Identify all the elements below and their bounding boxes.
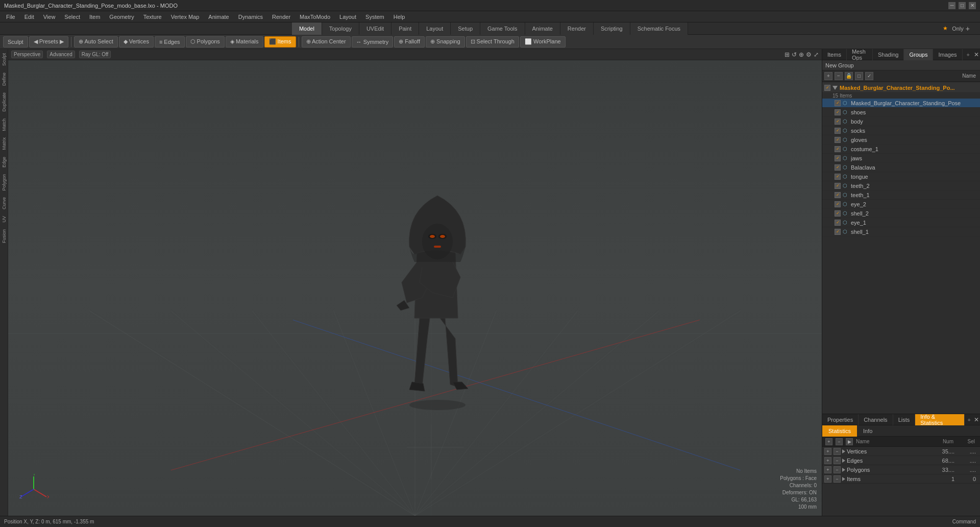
stats-tab-properties[interactable]: Properties — [822, 414, 859, 425]
viewport-icon-fit[interactable]: ⊞ — [785, 51, 790, 58]
viewport-raygl-btn[interactable]: Ray GL: Off — [79, 51, 111, 58]
mode-tab-layout[interactable]: Layout — [419, 22, 451, 35]
item-check[interactable]: ✓ — [835, 201, 841, 207]
rpanel-tab-mesh-ops[interactable]: Mesh Ops — [847, 49, 873, 60]
item-check[interactable]: ✓ — [835, 128, 841, 134]
menu-view[interactable]: View — [39, 13, 60, 21]
stats-data-row[interactable]: + − Polygons 33.... .... — [822, 465, 980, 474]
rpanel-tab-groups[interactable]: Groups — [904, 49, 933, 60]
mode-tab-uvedit[interactable]: UVEdit — [359, 22, 391, 35]
sidebar-tab-uv[interactable]: UV — [1, 213, 8, 226]
statistics-subtab[interactable]: Statistics — [822, 425, 857, 437]
item-row[interactable]: ✓ ⬡ Masked_Burglar_Character_Standing_Po… — [822, 99, 980, 108]
group-check[interactable]: ✓ — [824, 85, 830, 91]
stats-tab-plus[interactable]: + — [965, 416, 974, 424]
symmetry-btn[interactable]: ↔ Symmetry — [352, 36, 394, 47]
item-check[interactable]: ✓ — [835, 137, 841, 143]
menu-item[interactable]: Item — [85, 13, 104, 21]
sidebar-tab-matrix[interactable]: Matrix — [1, 134, 8, 153]
sculpt-btn[interactable]: Sculpt — [3, 36, 28, 47]
stats-row-minus[interactable]: − — [834, 466, 841, 473]
stats-close-btn[interactable]: ✕ — [974, 416, 979, 423]
stats-data-row[interactable]: + − Items 1 0 — [822, 474, 980, 484]
sidebar-tab-match[interactable]: Match — [1, 115, 8, 134]
mode-tab-animate[interactable]: Animate — [525, 22, 560, 35]
item-check[interactable]: ✓ — [835, 229, 841, 235]
polygons-btn[interactable]: ⬡ Polygons — [186, 36, 225, 47]
sidebar-tab-define[interactable]: Define — [1, 69, 8, 89]
add-mode-btn[interactable]: + — [966, 25, 970, 33]
item-row[interactable]: ✓ ⬡ eye_2 — [822, 200, 980, 209]
stats-data-row[interactable]: + − Vertices 35.... .... — [822, 447, 980, 456]
stats-row-minus[interactable]: − — [834, 448, 841, 455]
rpanel-tab-items[interactable]: Items — [822, 49, 847, 60]
viewport-canvas[interactable]: No Items Polygons : Face Channels: 0 Def… — [8, 60, 822, 516]
presets-btn[interactable]: ◀ Presets ▶ — [29, 36, 68, 47]
item-row[interactable]: ✓ ⬡ gloves — [822, 135, 980, 145]
stats-add-btn[interactable]: + — [825, 438, 832, 445]
rpanel-tab-shading[interactable]: Shading — [873, 49, 904, 60]
vertices-btn[interactable]: ◆ Vertices — [119, 36, 154, 47]
stats-data-row[interactable]: + − Edges 68.... .... — [822, 456, 980, 465]
snapping-btn[interactable]: ⊕ Snapping — [426, 36, 465, 47]
rpanel-close-btn[interactable]: ✕ — [974, 51, 979, 58]
stats-minus-btn[interactable]: − — [836, 438, 843, 445]
mode-tab-setup[interactable]: Setup — [451, 22, 480, 35]
mode-tab-render[interactable]: Render — [560, 22, 594, 35]
stats-row-tri[interactable] — [842, 449, 845, 453]
menu-select[interactable]: Select — [60, 13, 84, 21]
menu-system[interactable]: System — [361, 13, 388, 21]
menu-layout[interactable]: Layout — [335, 13, 360, 21]
item-check[interactable]: ✓ — [835, 109, 841, 115]
viewport-icon-reload[interactable]: ↺ — [792, 51, 797, 58]
edges-btn[interactable]: ≡ Edges — [155, 36, 185, 47]
menu-geometry[interactable]: Geometry — [105, 13, 138, 21]
stats-row-tri[interactable] — [842, 468, 845, 472]
item-row[interactable]: ✓ ⬡ tongue — [822, 172, 980, 181]
item-check[interactable]: ✓ — [835, 164, 841, 171]
item-check[interactable]: ✓ — [835, 155, 841, 161]
item-check[interactable]: ✓ — [835, 146, 841, 152]
mode-tab-topology[interactable]: Topology — [322, 22, 359, 35]
sidebar-tab-sculpt[interactable]: Sculpt — [1, 50, 8, 69]
items-unlock-btn[interactable]: □ — [855, 72, 863, 80]
item-check[interactable]: ✓ — [835, 118, 841, 125]
menu-edit[interactable]: Edit — [20, 13, 38, 21]
mode-tab-schematic-focus[interactable]: Schematic Focus — [630, 22, 688, 35]
item-row[interactable]: ✓ ⬡ socks — [822, 126, 980, 135]
item-row[interactable]: ✓ ⬡ shell_1 — [822, 227, 980, 236]
restore-button[interactable]: □ — [959, 2, 966, 9]
sidebar-tab-curve[interactable]: Curve — [1, 194, 8, 212]
item-row[interactable]: ✓ ⬡ shoes — [822, 108, 980, 117]
stats-row-minus[interactable]: − — [834, 457, 841, 464]
minimize-button[interactable]: ─ — [948, 2, 955, 9]
stats-row-minus[interactable]: − — [834, 475, 841, 483]
mode-tab-game-tools[interactable]: Game Tools — [480, 22, 525, 35]
select-through-btn[interactable]: ⊡ Select Through — [466, 36, 519, 47]
action-center-btn[interactable]: ⊕ Action Center — [302, 36, 351, 47]
menu-maxtomodo[interactable]: MaxToModo — [296, 13, 334, 21]
stats-row-add[interactable]: + — [824, 448, 831, 455]
item-row[interactable]: ✓ ⬡ Balaclava — [822, 163, 980, 172]
stats-tab-info[interactable]: Info & Statistics — [915, 414, 964, 425]
group-expand-icon[interactable] — [832, 86, 838, 90]
materials-btn[interactable]: ◈ Materials — [226, 36, 263, 47]
items-btn[interactable]: ⬛ Items — [264, 36, 296, 47]
mode-tab-model[interactable]: Model — [292, 22, 322, 35]
menu-file[interactable]: File — [2, 13, 19, 21]
items-lock-btn[interactable]: 🔒 — [845, 72, 853, 80]
stats-row-tri[interactable] — [842, 477, 845, 481]
menu-render[interactable]: Render — [268, 13, 295, 21]
stats-row-add[interactable]: + — [824, 457, 831, 464]
mode-tab-scripting[interactable]: Scripting — [594, 22, 630, 35]
rpanel-tab-images[interactable]: Images — [933, 49, 962, 60]
items-check-btn[interactable]: ✓ — [865, 72, 873, 80]
item-row[interactable]: ✓ ⬡ jaws — [822, 154, 980, 163]
info-subtab[interactable]: Info — [857, 425, 878, 437]
viewport-icon-expand[interactable]: ⤢ — [814, 51, 819, 58]
mode-tab-paint[interactable]: Paint — [391, 22, 419, 35]
menu-animate[interactable]: Animate — [204, 13, 233, 21]
menu-help[interactable]: Help — [389, 13, 409, 21]
viewport-icon-zoom[interactable]: ⊕ — [799, 51, 804, 58]
item-row[interactable]: ✓ ⬡ body — [822, 117, 980, 126]
